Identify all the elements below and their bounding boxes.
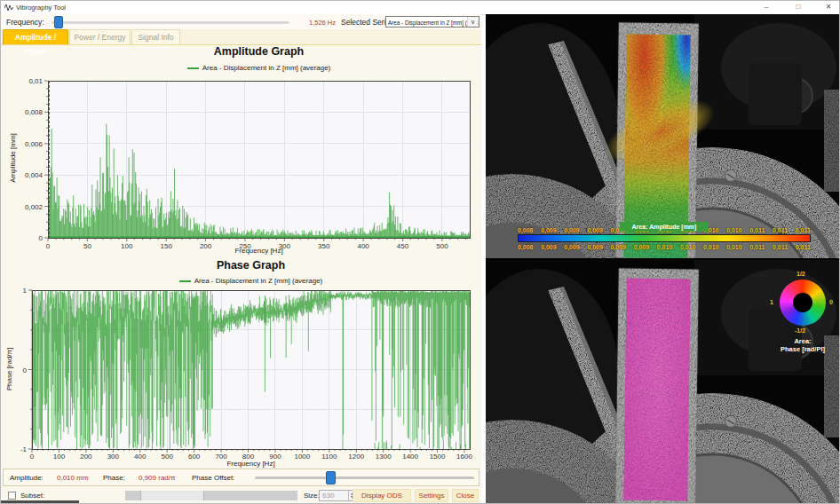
phase-readout-label: Phase: [103, 474, 125, 482]
phase-color-wheel [780, 280, 826, 326]
amplitude-legend: Area - Displacement in Z [mm] (average) [48, 64, 470, 72]
scale-value: 0,011 [749, 226, 765, 234]
phase-chart[interactable]: 0100200300400500600700800900100011001200… [1, 287, 481, 464]
phase-offset-label: Phase Offset: [192, 474, 234, 482]
scale-value: 0,010 [703, 243, 719, 251]
wheel-label-top: 1/2 [796, 271, 805, 277]
phase-readout-value: 0,909 rad/π [139, 474, 176, 482]
display-ods-button[interactable]: Display ODS [353, 489, 411, 502]
phase-offset-slider-thumb[interactable] [326, 471, 336, 484]
legend-line-icon [187, 67, 199, 69]
svg-text:1: 1 [23, 287, 28, 295]
scale-value: 0,011 [749, 243, 765, 251]
scale-value: 0,008 [518, 243, 534, 251]
close-dialog-button[interactable]: Close [452, 489, 479, 502]
phase-offset-slider-track[interactable] [255, 476, 474, 479]
amplitude-graph-title: Amplitude Graph [48, 45, 470, 58]
wheel-label-left: 1 [770, 299, 773, 305]
tab-strip: Amplitude / Phase Power / Energy Signal … [1, 29, 481, 45]
amplitude-scale-values-bottom: 0,0080,0090,0090,0090,0090,0090,0100,010… [518, 243, 811, 251]
scale-value: 0,011 [796, 226, 811, 234]
minimize-button[interactable]: – [759, 1, 773, 13]
settings-button[interactable]: Settings [415, 489, 448, 502]
frequency-label: Frequency: [6, 18, 44, 27]
close-button[interactable]: ✕ [821, 1, 836, 13]
scale-value: 0,011 [796, 243, 811, 251]
svg-text:0,008: 0,008 [25, 108, 44, 116]
phase-x-axis-label: Frequency [Hz] [32, 460, 470, 468]
phase-overlay [623, 279, 690, 501]
scale-value: 0,011 [773, 243, 788, 251]
wheel-label-right: 0 [829, 299, 833, 305]
chevron-down-icon[interactable]: ∨ [467, 17, 478, 27]
subset-scrollbar-thumb[interactable] [140, 491, 204, 500]
frequency-slider-track[interactable] [52, 21, 289, 24]
amplitude-scale-label: Area: Amplitude [mm] [620, 222, 709, 232]
taskbar-fragment [1, 500, 79, 504]
tab-power-energy[interactable]: Power / Energy [69, 29, 131, 44]
scale-value: 0,010 [680, 243, 696, 251]
tab-amplitude-phase[interactable]: Amplitude / Phase [3, 29, 68, 44]
series-dropdown[interactable]: Area - Displacement in Z [mm] (averag ∨ [385, 16, 479, 28]
svg-text:-1: -1 [20, 445, 28, 453]
svg-text:0: 0 [23, 366, 28, 374]
legend-line-icon [179, 280, 191, 282]
phase-legend: Area - Displacement in Z [mm] (average) [32, 277, 470, 285]
size-value: 630 [322, 492, 334, 500]
amplitude-x-axis-label: Frequency [Hz] [48, 247, 470, 255]
wheel-label-bottom: -1/2 [795, 327, 805, 334]
svg-text:0,002: 0,002 [25, 203, 44, 211]
amplitude-chart[interactable]: 05010015020025030035040045050000,0020,00… [1, 79, 481, 256]
scale-value: 0,010 [657, 243, 673, 251]
wheel-hole [793, 293, 812, 312]
scale-value: 0,009 [634, 243, 650, 251]
size-label: Size: [304, 492, 320, 500]
frequency-toolbar: Frequency: 1,526 Hz Selected Series: Are… [1, 14, 481, 30]
window-title: Vibrography Tool [16, 4, 66, 12]
scale-value: 0,009 [564, 243, 580, 251]
maximize-button[interactable]: □ [791, 1, 805, 13]
subset-scrollbar[interactable] [125, 491, 297, 500]
scale-value: 0,009 [587, 226, 603, 234]
phase-graph-title: Phase Graph [32, 259, 470, 272]
wheel-area-label: Area: [776, 337, 829, 345]
tab-signal-info[interactable]: Signal Info [131, 29, 180, 44]
app-waveform-icon [4, 4, 13, 12]
scale-value: 0,009 [541, 226, 557, 234]
frequency-value: 1,526 Hz [309, 19, 336, 27]
scale-value: 0,010 [726, 226, 742, 234]
amplitude-readout-label: Amplitude: [10, 474, 44, 482]
wheel-phase-label: Phase [rad/PI] [763, 345, 840, 353]
amplitude-legend-text: Area - Displacement in Z [mm] (average) [202, 64, 331, 72]
amplitude-readout-value: 0,010 mm [57, 474, 89, 482]
svg-text:0,006: 0,006 [25, 140, 44, 148]
scale-value: 0,009 [611, 243, 627, 251]
phase-legend-text: Area - Displacement in Z [mm] (average) [194, 277, 323, 285]
amplitude-scale-bar [518, 234, 811, 242]
readout-bar: Amplitude: 0,010 mm Phase: 0,909 rad/π P… [3, 469, 479, 486]
subset-label: Subset: [20, 492, 44, 500]
scale-value: 0,011 [773, 226, 788, 234]
svg-text:0,01: 0,01 [28, 79, 43, 85]
subset-checkbox[interactable] [8, 492, 16, 500]
app-window: Vibrography Tool – □ ✕ Frequency: 1,526 … [0, 0, 840, 504]
scale-value: 0,008 [518, 226, 534, 234]
svg-text:0,004: 0,004 [25, 171, 44, 179]
title-bar: Vibrography Tool – □ ✕ [1, 1, 840, 15]
scale-value: 0,009 [564, 226, 580, 234]
scale-value: 0,009 [587, 243, 603, 251]
series-dropdown-value: Area - Displacement in Z [mm] (averag [388, 20, 479, 26]
scale-value: 0,010 [726, 243, 742, 251]
svg-text:0: 0 [39, 234, 44, 242]
frequency-slider-thumb[interactable] [54, 16, 63, 28]
scale-value: 0,009 [541, 243, 557, 251]
